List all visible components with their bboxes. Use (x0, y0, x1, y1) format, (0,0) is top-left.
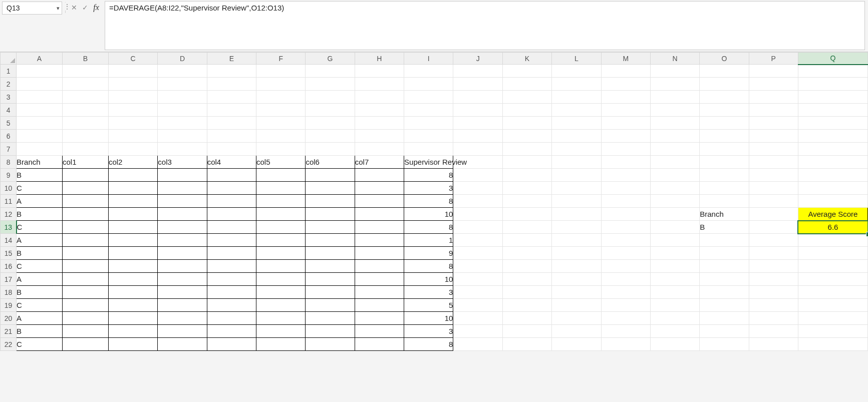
cell[interactable] (256, 104, 306, 117)
cell[interactable] (700, 143, 749, 156)
cell[interactable] (63, 91, 109, 104)
cell[interactable] (650, 195, 699, 208)
cell[interactable] (502, 182, 551, 195)
cell[interactable] (650, 299, 699, 312)
cell[interactable] (256, 91, 306, 104)
cell[interactable] (749, 169, 798, 182)
row-header[interactable]: 22 (1, 338, 17, 351)
table-cell[interactable] (108, 325, 157, 338)
column-header[interactable]: K (502, 53, 551, 65)
cell[interactable] (552, 91, 601, 104)
column-header[interactable]: F (256, 53, 306, 65)
cell[interactable] (502, 169, 551, 182)
row-header[interactable]: 13 (1, 221, 17, 234)
table-cell[interactable] (256, 234, 306, 247)
table-cell[interactable] (256, 299, 306, 312)
enter-formula-button[interactable]: ✓ (80, 2, 91, 13)
table-cell[interactable] (207, 221, 256, 234)
cell[interactable] (158, 104, 207, 117)
column-header[interactable]: P (749, 53, 798, 65)
cell[interactable] (502, 156, 551, 169)
table-cell[interactable] (158, 260, 207, 273)
cell[interactable] (17, 65, 63, 78)
cell[interactable] (700, 65, 749, 78)
column-header[interactable]: D (158, 53, 207, 65)
cell[interactable] (798, 91, 867, 104)
cell[interactable] (601, 117, 650, 130)
cell[interactable] (158, 78, 207, 91)
cell[interactable] (749, 182, 798, 195)
table-cell[interactable] (306, 247, 355, 260)
table-cell[interactable] (108, 195, 157, 208)
cell[interactable] (63, 78, 109, 91)
table-cell[interactable] (306, 312, 355, 325)
cell[interactable] (453, 143, 502, 156)
table-cell[interactable]: 3 (404, 182, 453, 195)
cell[interactable] (502, 208, 551, 221)
cell[interactable] (502, 247, 551, 260)
cell[interactable] (798, 65, 867, 78)
table-cell[interactable] (207, 195, 256, 208)
cell[interactable] (700, 247, 749, 260)
cell[interactable] (552, 195, 601, 208)
cell[interactable] (207, 104, 256, 117)
cell[interactable] (256, 117, 306, 130)
cell[interactable] (650, 338, 699, 351)
table-cell[interactable] (306, 182, 355, 195)
cell[interactable] (700, 312, 749, 325)
cell[interactable] (601, 182, 650, 195)
cell[interactable] (17, 117, 63, 130)
cell[interactable] (601, 78, 650, 91)
table-cell[interactable] (108, 182, 157, 195)
cell[interactable] (207, 130, 256, 143)
cell[interactable] (552, 260, 601, 273)
cell[interactable] (601, 208, 650, 221)
table-cell[interactable] (355, 208, 404, 221)
cell[interactable] (798, 169, 867, 182)
table-cell[interactable] (158, 221, 207, 234)
table-cell[interactable] (256, 260, 306, 273)
row-header[interactable]: 7 (1, 143, 17, 156)
row-header[interactable]: 6 (1, 130, 17, 143)
cell[interactable] (108, 143, 157, 156)
table-cell[interactable] (256, 221, 306, 234)
cell[interactable] (404, 78, 453, 91)
cell[interactable] (552, 286, 601, 299)
cell[interactable] (601, 247, 650, 260)
cell[interactable] (63, 104, 109, 117)
table-cell[interactable] (306, 273, 355, 286)
column-header[interactable]: M (601, 53, 650, 65)
table-cell[interactable] (63, 325, 109, 338)
cell[interactable] (749, 195, 798, 208)
row-header[interactable]: 3 (1, 91, 17, 104)
table-cell[interactable] (256, 169, 306, 182)
row-header[interactable]: 12 (1, 208, 17, 221)
cell[interactable] (17, 104, 63, 117)
table-cell[interactable] (207, 208, 256, 221)
cell[interactable] (453, 91, 502, 104)
table-cell[interactable]: A (17, 273, 63, 286)
table-cell[interactable] (306, 234, 355, 247)
cell[interactable] (502, 195, 551, 208)
cell[interactable] (552, 117, 601, 130)
table-cell[interactable] (256, 195, 306, 208)
table-cell[interactable] (306, 221, 355, 234)
table-cell[interactable]: C (17, 299, 63, 312)
result-value[interactable]: 6.6 (798, 221, 867, 234)
column-header[interactable]: A (17, 53, 63, 65)
cell[interactable] (601, 169, 650, 182)
cell[interactable] (650, 169, 699, 182)
table-cell[interactable]: B (17, 247, 63, 260)
cell[interactable] (108, 130, 157, 143)
cell[interactable] (552, 143, 601, 156)
cell[interactable] (502, 65, 551, 78)
cell[interactable] (355, 65, 404, 78)
cell[interactable] (700, 130, 749, 143)
table-cell[interactable] (355, 299, 404, 312)
cell[interactable] (749, 325, 798, 338)
cell[interactable] (502, 286, 551, 299)
table-cell[interactable]: 8 (404, 260, 453, 273)
cell[interactable] (798, 299, 867, 312)
table-cell[interactable]: 1 (404, 234, 453, 247)
cell[interactable] (749, 234, 798, 247)
